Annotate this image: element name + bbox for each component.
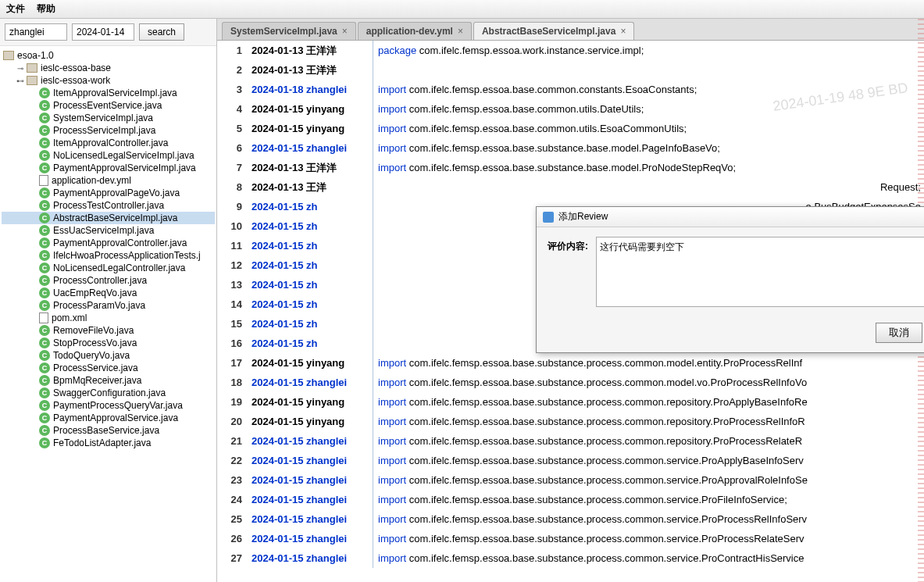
tree-file[interactable]: CUacEmpReqVo.java [2,287,215,299]
menu-help[interactable]: 帮助 [37,2,55,16]
file-icon [39,312,48,323]
tree-file[interactable]: CProcessParamVo.java [2,299,215,312]
tree-file[interactable]: CTodoQueryVo.java [2,349,215,362]
cancel-button[interactable]: 取消 [876,323,922,343]
review-content-textarea[interactable] [596,237,924,307]
blame-author: 2024-01-15 zhanglei [248,548,373,568]
tree-file[interactable]: CPaymentApprovalController.java [2,237,215,249]
code-text: import com.ifelc.femsp.essoa.base.substa… [373,529,924,548]
code-line[interactable]: 12024-01-13 王洋洋package com.ifelc.femsp.e… [217,41,924,60]
code-text: import com.ifelc.femsp.essoa.base.common… [373,99,924,119]
tree-file[interactable]: application-dev.yml [2,174,215,187]
line-number: 14 [217,295,248,314]
tree-file-label: PaymentApprovalServiceImpl.java [53,162,196,173]
tree-file-label: AbstractBaseServiceImpl.java [53,212,177,223]
class-icon: C [39,150,50,161]
tree-file[interactable]: CPaymentApprovalService.java [2,412,215,424]
code-line[interactable]: 212024-01-15 zhangleiimport com.ifelc.fe… [217,431,924,451]
dialog-titlebar: 添加Review ✕ [537,207,924,227]
code-line[interactable]: 182024-01-15 zhangleiimport com.ifelc.fe… [217,373,924,392]
tree-toggle-icon[interactable]: ⊸ [16,63,25,73]
tree-file-label: ProcessController.java [53,275,147,286]
tree-file[interactable]: CBpmMqReceiver.java [2,374,215,387]
tree-file-label: ProcessBaseService.java [53,425,159,436]
tree-toggle-icon[interactable]: ⊷ [16,76,25,85]
code-line[interactable]: 42024-01-15 yinyangimport com.ifelc.fems… [217,99,924,119]
class-icon: C [39,287,50,298]
tab-close-icon[interactable]: × [458,26,463,37]
code-line[interactable]: 232024-01-15 zhangleiimport com.ifelc.fe… [217,470,924,490]
code-line[interactable]: 222024-01-15 zhangleiimport com.ifelc.fe… [217,451,924,470]
editor-tab[interactable]: AbstractBaseServiceImpl.java× [473,22,634,40]
code-line[interactable]: 172024-01-15 yinyangimport com.ifelc.fem… [217,353,924,373]
code-line[interactable]: 262024-01-15 zhangleiimport com.ifelc.fe… [217,529,924,548]
code-line[interactable]: 202024-01-15 yinyangimport com.ifelc.fem… [217,412,924,431]
code-text: import com.ifelc.femsp.essoa.base.substa… [373,470,924,490]
code-line[interactable]: 62024-01-15 zhangleiimport com.ifelc.fem… [217,138,924,158]
code-text: import com.ifelc.femsp.essoa.base.substa… [373,509,924,529]
tree-root[interactable]: esoa-1.0 [2,49,215,62]
tree-file[interactable]: CProcessBaseService.java [2,424,215,437]
editor-tab[interactable]: SystemServiceImpl.java× [222,22,356,40]
line-number: 6 [217,138,248,158]
tree-file-label: ProcessTestController.java [53,200,164,211]
tree-file-label: SwaggerConfiguration.java [53,387,166,398]
tree-file[interactable]: CEssUacServiceImpl.java [2,224,215,237]
class-icon: C [39,262,50,273]
tree-file-label: PaymentApprovalPageVo.java [53,187,180,198]
editor-panel: SystemServiceImpl.java×application-dev.y… [217,19,924,582]
tab-close-icon[interactable]: × [342,26,348,37]
tree-folder[interactable]: ⊷ieslc-essoa-work [2,74,215,87]
search-date-input[interactable] [72,23,134,41]
tree-file[interactable]: pom.xml [2,312,215,324]
blame-author: 2024-01-15 zh [248,216,373,236]
tree-file[interactable]: CProcessService.java [2,362,215,374]
tree-file[interactable]: CItemApprovalServiceImpl.java [2,87,215,99]
tree-file-label: StopProcessVo.java [53,337,137,348]
tree-file[interactable]: CStopProcessVo.java [2,337,215,349]
tree-file-label: ProcessService.java [53,362,138,373]
code-line[interactable]: 32024-01-18 zhangleiimport com.ifelc.fem… [217,80,924,99]
tree-file[interactable]: CProcessEventService.java [2,99,215,112]
code-line[interactable]: 242024-01-15 zhangleiimport com.ifelc.fe… [217,490,924,509]
tree-file[interactable]: CRemoveFileVo.java [2,324,215,337]
tree-folder[interactable]: ⊸ieslc-essoa-base [2,62,215,74]
tab-close-icon[interactable]: × [620,26,626,37]
tree-file-label: ProcessEventService.java [53,100,162,111]
tree-file[interactable]: CSystemServiceImpl.java [2,112,215,124]
tree-file[interactable]: CAbstractBaseServiceImpl.java [2,212,215,224]
tree-file[interactable]: CIfelcHwoaProcessApplicationTests.j [2,249,215,262]
code-line[interactable]: 52024-01-15 yinyangimport com.ifelc.fems… [217,119,924,138]
menu-file[interactable]: 文件 [6,2,25,16]
tree-file[interactable]: CNoLicensedLegalController.java [2,262,215,274]
code-text: import com.ifelc.femsp.essoa.base.common… [373,119,924,138]
search-button[interactable]: search [139,23,184,41]
code-line[interactable]: 272024-01-15 zhangleiimport com.ifelc.fe… [217,548,924,568]
tree-file[interactable]: CPaymentApprovalPageVo.java [2,187,215,199]
code-line[interactable]: 22024-01-13 王洋洋 [217,60,924,80]
tree-file[interactable]: CPaymentApprovalServiceImpl.java [2,162,215,174]
code-text: import com.ifelc.femsp.essoa.base.substa… [373,412,924,431]
class-icon: C [39,425,50,436]
blame-author: 2024-01-13 王洋洋 [248,60,373,80]
code-line[interactable]: 82024-01-13 王洋Request; [217,177,924,197]
search-user-input[interactable] [5,23,67,41]
line-number: 7 [217,158,248,177]
editor-tab[interactable]: application-dev.yml× [358,22,472,40]
code-line[interactable]: 252024-01-15 zhangleiimport com.ifelc.fe… [217,509,924,529]
tree-file[interactable]: CSwaggerConfiguration.java [2,387,215,399]
blame-author: 2024-01-15 zhanglei [248,451,373,470]
tree-file-label: PaymentApprovalController.java [53,237,187,248]
tree-file[interactable]: CItemApprovalController.java [2,137,215,149]
tree-file[interactable]: CProcessServiceImpl.java [2,124,215,137]
tree-file[interactable]: CFeTodoListAdapter.java [2,437,215,449]
tree-file[interactable]: CProcessTestController.java [2,199,215,212]
tree-file-label: RemoveFileVo.java [53,325,134,336]
line-number: 25 [217,509,248,529]
tree-file[interactable]: CPaymentProcessQueryVar.java [2,399,215,412]
code-line[interactable]: 192024-01-15 yinyangimport com.ifelc.fem… [217,392,924,412]
dialog-icon [543,212,554,223]
code-line[interactable]: 72024-01-13 王洋洋import com.ifelc.femsp.es… [217,158,924,177]
tree-file[interactable]: CNoLicensedLegalServiceImpl.java [2,149,215,162]
tree-file[interactable]: CProcessController.java [2,274,215,287]
